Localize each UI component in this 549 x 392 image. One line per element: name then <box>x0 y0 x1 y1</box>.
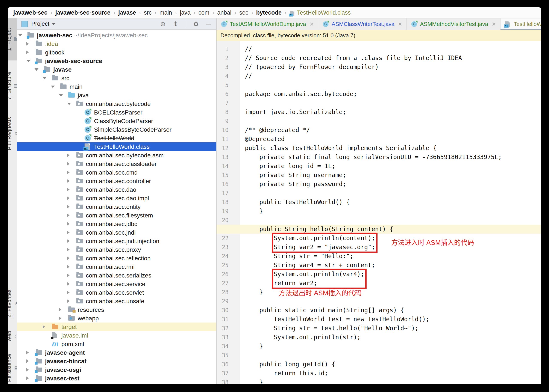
chevron-collapsed-icon[interactable] <box>67 231 70 234</box>
breadcrumb-item-src[interactable]: src <box>144 9 151 16</box>
code-line[interactable] <box>245 81 541 90</box>
tree-row-com.anbai.sec.classloader[interactable]: com.anbai.sec.classloader <box>17 160 216 168</box>
breadcrumb-item-bytecode[interactable]: bytecode <box>256 9 282 16</box>
tree-row-javasec-agent[interactable]: javasec-agent <box>17 348 216 357</box>
code-line[interactable]: @Deprecated <box>245 135 541 144</box>
chevron-collapsed-icon[interactable] <box>67 248 70 251</box>
tree-row-com.anbai.sec.rmi[interactable]: com.anbai.sec.rmi <box>17 262 216 271</box>
tree-row-com.anbai.sec.serializes[interactable]: com.anbai.sec.serializes <box>17 271 216 280</box>
tree-row-javaweb-sec[interactable]: javaweb-sec ~/IdeaProjects/javaweb-sec <box>17 31 216 39</box>
tree-row-resources[interactable]: resources <box>17 305 216 314</box>
chevron-expanded-icon[interactable] <box>18 34 22 36</box>
chevron-collapsed-icon[interactable] <box>67 154 70 157</box>
code-line[interactable]: public String hello(String content) { <box>245 225 541 234</box>
editor-tab-TestASMHelloWorldDump.java[interactable]: CTestASMHelloWorldDump.java✕ <box>217 18 318 30</box>
code-line[interactable]: // <box>245 72 541 81</box>
chevron-collapsed-icon[interactable] <box>67 196 70 200</box>
code-line[interactable]: // <box>245 45 541 54</box>
chevron-collapsed-icon[interactable] <box>67 188 70 191</box>
chevron-expanded-icon[interactable] <box>59 94 63 97</box>
tree-row-com.anbai.sec.filesystem[interactable]: com.anbai.sec.filesystem <box>17 211 216 220</box>
code-line[interactable]: private static final long serialVersionU… <box>245 153 541 162</box>
settings-gear-icon[interactable]: ⚙ <box>193 21 199 27</box>
chevron-collapsed-icon[interactable] <box>67 291 70 294</box>
code-line[interactable]: } <box>245 207 541 216</box>
tree-row-target[interactable]: target <box>17 322 216 331</box>
tree-row-BCELClassParser[interactable]: CBCELClassParser <box>17 108 216 117</box>
chevron-collapsed-icon[interactable] <box>67 205 70 209</box>
tree-row-com.anbai.sec.jdbc[interactable]: com.anbai.sec.jdbc <box>17 220 216 228</box>
stripe-button-web[interactable]: ◎Web <box>8 326 17 347</box>
tree-row-com.anbai.sec.service[interactable]: com.anbai.sec.service <box>17 280 216 288</box>
code-line[interactable]: String str = "Hello:"; <box>245 252 541 261</box>
stripe-button-pull-requests[interactable]: ⇅Pull Requests <box>8 111 17 157</box>
code-line[interactable]: package com.anbai.sec.bytecode; <box>245 90 541 99</box>
tree-row-java[interactable]: java <box>17 91 216 99</box>
chevron-collapsed-icon[interactable] <box>43 325 45 329</box>
tree-row-com.anbai.sec.unsafe[interactable]: com.anbai.sec.unsafe <box>17 297 216 305</box>
tree-row-javase.iml[interactable]: javase.iml <box>17 331 216 340</box>
editor-tab-ASMClassWriterTest.java[interactable]: CASMClassWriterTest.java✕ <box>318 18 407 30</box>
chevron-collapsed-icon[interactable] <box>26 351 29 354</box>
chevron-collapsed-icon[interactable] <box>26 377 29 380</box>
code-line[interactable] <box>245 216 541 225</box>
tree-row-SimpleClassByteCodeParser[interactable]: CSimpleClassByteCodeParser <box>17 125 216 134</box>
breadcrumb-item-TestHelloWorld.class[interactable]: TestHelloWorld.class <box>290 9 351 16</box>
tree-row-webapp[interactable]: webapp <box>17 314 216 322</box>
code-line[interactable]: public TestHelloWorld() { <box>245 198 541 207</box>
chevron-collapsed-icon[interactable] <box>67 171 70 174</box>
stripe-button-persistence[interactable]: ▤Persistence <box>8 349 17 384</box>
code-line[interactable]: } <box>245 342 541 351</box>
code-line[interactable]: System.out.println(str); <box>245 333 541 342</box>
tree-row-com.anbai.sec.dao.impl[interactable]: com.anbai.sec.dao.impl <box>17 194 216 203</box>
tree-row-pom.xml[interactable]: pom.xml <box>17 340 216 348</box>
chevron-expanded-icon[interactable] <box>26 60 30 62</box>
tree-row-gitbook[interactable]: gitbook <box>17 48 216 57</box>
tree-row-main[interactable]: main <box>17 82 216 91</box>
collapse-all-icon[interactable]: ⇟ <box>173 21 178 27</box>
chevron-collapsed-icon[interactable] <box>59 308 61 311</box>
code-line[interactable] <box>245 351 541 360</box>
close-icon[interactable]: ✕ <box>398 21 402 27</box>
code-line[interactable]: TestHelloWorld test = new TestHelloWorld… <box>245 315 541 324</box>
code-line[interactable] <box>245 297 541 306</box>
chevron-collapsed-icon[interactable] <box>26 368 29 371</box>
chevron-collapsed-icon[interactable] <box>67 214 70 217</box>
tree-row-ClassByteCodeParser[interactable]: CClassByteCodeParser <box>17 117 216 125</box>
code-line[interactable]: return this.id; <box>245 369 541 378</box>
tree-row-.idea[interactable]: .idea <box>17 39 216 48</box>
tree-row-com.anbai.sec.entity[interactable]: com.anbai.sec.entity <box>17 203 216 211</box>
chevron-expanded-icon[interactable] <box>51 85 55 88</box>
code-line[interactable]: public static void main(String[] args) { <box>245 306 541 315</box>
tree-row-javase[interactable]: javase <box>17 65 216 74</box>
code-line[interactable]: String str = test.hello("Hello World~"); <box>245 324 541 333</box>
code-line[interactable]: } <box>245 378 541 384</box>
breadcrumb-item-anbai[interactable]: anbai <box>217 9 231 16</box>
tree-row-javaweb-sec-source[interactable]: javaweb-sec-source <box>17 57 216 65</box>
chevron-expanded-icon[interactable] <box>43 77 47 79</box>
chevron-expanded-icon[interactable] <box>35 68 38 71</box>
close-icon[interactable]: ✕ <box>492 21 496 27</box>
tree-row-com.anbai.sec.jndi.injection[interactable]: com.anbai.sec.jndi.injection <box>17 237 216 245</box>
breadcrumb-item-main[interactable]: main <box>159 9 172 16</box>
tree-row-com.anbai.sec.jndi[interactable]: com.anbai.sec.jndi <box>17 228 216 237</box>
code-line[interactable]: private long id = 1L; <box>245 162 541 171</box>
editor-tab-TestHelloWorld.class[interactable]: TestHelloWorld.class✕ <box>500 18 541 30</box>
chevron-collapsed-icon[interactable] <box>67 274 70 277</box>
code-line[interactable]: public class TestHelloWorld implements S… <box>245 144 541 153</box>
chevron-collapsed-icon[interactable] <box>26 51 29 54</box>
hide-icon[interactable]: ─ <box>206 21 211 27</box>
tree-row-javasec-test[interactable]: javasec-test <box>17 374 216 383</box>
code-line[interactable] <box>245 99 541 108</box>
tree-row-javasec-osgi[interactable]: javasec-osgi <box>17 365 216 374</box>
stripe-button-2-favorites[interactable]: ★2: Favorites <box>8 283 17 324</box>
chevron-collapsed-icon[interactable] <box>26 42 29 45</box>
chevron-collapsed-icon[interactable] <box>67 265 70 268</box>
code-line[interactable]: import java.io.Serializable; <box>245 108 541 117</box>
chevron-down-icon[interactable] <box>52 23 55 25</box>
breadcrumb-item-sec[interactable]: sec <box>239 9 248 16</box>
tree-row-com.anbai.sec.bytecode[interactable]: com.anbai.sec.bytecode <box>17 99 216 108</box>
tree-row-javasec-bincat[interactable]: javasec-bincat <box>17 357 216 365</box>
code-line[interactable]: String var4 = str + content; <box>245 261 541 270</box>
tree-row-TestHelloWorld[interactable]: CTestHelloWorld <box>17 134 216 142</box>
